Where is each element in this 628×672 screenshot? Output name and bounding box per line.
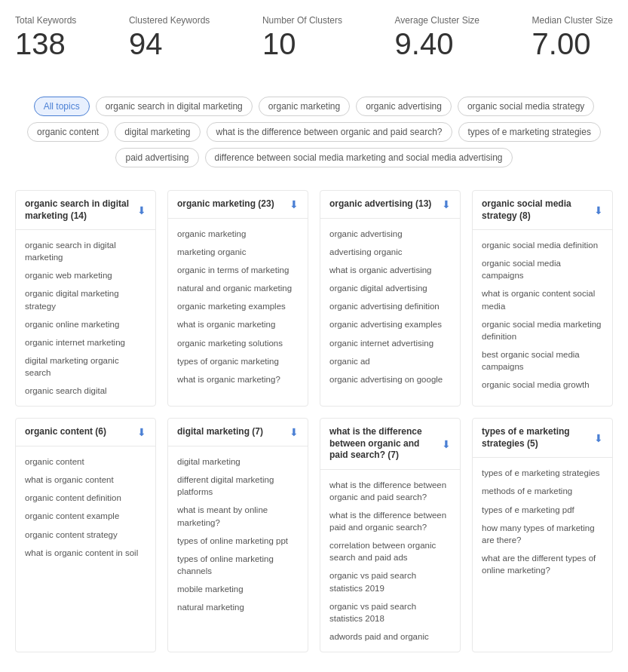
download-icon-7[interactable]: ⬇ bbox=[594, 432, 603, 444]
number-of-clusters-label: Number Of Clusters bbox=[262, 15, 342, 26]
cluster-item: organic marketing examples bbox=[168, 297, 308, 315]
cluster-card-3: organic social media strategy (8)⬇organi… bbox=[472, 190, 613, 407]
cluster-items-4: organic contentwhat is organic contentor… bbox=[16, 446, 155, 568]
cluster-item: digital marketing organic search bbox=[16, 351, 155, 382]
cluster-items-3: organic social media definitionorganic s… bbox=[473, 230, 612, 400]
download-icon-0[interactable]: ⬇ bbox=[137, 204, 146, 216]
cluster-item: organic social media growth bbox=[473, 376, 612, 394]
cluster-item: organic search in digital marketing bbox=[16, 236, 155, 266]
median-cluster-size-value: 7.00 bbox=[532, 29, 591, 59]
see-more-button[interactable]: See more clusters bbox=[256, 667, 372, 672]
topic-tag-0[interactable]: All topics bbox=[34, 97, 90, 116]
cluster-item: organic social media campaigns bbox=[473, 254, 612, 284]
cluster-title-1: organic marketing (23) bbox=[177, 198, 274, 210]
cluster-title-7: types of e marketing strategies (5) bbox=[482, 426, 590, 450]
cluster-item: organic advertising definition bbox=[320, 297, 460, 315]
topic-tag-1[interactable]: organic search in digital marketing bbox=[96, 97, 253, 116]
clusters-grid: organic search in digital marketing (14)… bbox=[15, 190, 613, 652]
cluster-item: organic digital advertising bbox=[320, 279, 460, 297]
topic-tag-9[interactable]: paid advertising bbox=[115, 148, 198, 167]
cluster-item: what is organic content bbox=[16, 471, 155, 489]
cluster-item: organic ad bbox=[320, 352, 460, 370]
topic-tag-4[interactable]: organic social media strategy bbox=[458, 97, 594, 116]
cluster-item: organic search digital bbox=[16, 382, 155, 400]
cluster-item: what is organic marketing? bbox=[168, 370, 308, 388]
cluster-card-4: organic content (6)⬇organic contentwhat … bbox=[15, 418, 156, 652]
cluster-item: organic vs paid search statistics 2018 bbox=[320, 597, 460, 628]
cluster-title-5: digital marketing (7) bbox=[177, 426, 263, 438]
topic-tag-5[interactable]: organic content bbox=[27, 122, 109, 142]
download-icon-6[interactable]: ⬇ bbox=[442, 438, 451, 450]
median-cluster-size-label: Median Cluster Size bbox=[532, 15, 613, 26]
topics-filter: All topicsorganic search in digital mark… bbox=[15, 97, 613, 167]
download-icon-2[interactable]: ⬇ bbox=[442, 198, 451, 210]
stat-median-cluster-size: Median Cluster Size 7.00 bbox=[532, 15, 613, 59]
cluster-item: organic social media marketing definitio… bbox=[473, 315, 612, 345]
cluster-title-3: organic social media strategy (8) bbox=[482, 198, 590, 222]
topic-tag-3[interactable]: organic advertising bbox=[356, 97, 452, 116]
topic-tag-8[interactable]: types of e marketing strategies bbox=[458, 122, 601, 142]
topic-tag-6[interactable]: digital marketing bbox=[115, 122, 200, 142]
cluster-items-0: organic search in digital marketingorgan… bbox=[16, 230, 155, 406]
cluster-card-2: organic advertising (13)⬇organic adverti… bbox=[320, 190, 461, 407]
stats-row: Total Keywords 138 Clustered Keywords 94… bbox=[15, 15, 613, 74]
stat-clustered-keywords: Clustered Keywords 94 bbox=[129, 15, 210, 59]
cluster-items-7: types of e marketing strategiesmethods o… bbox=[473, 458, 612, 585]
cluster-item: methods of e marketing bbox=[473, 482, 612, 500]
clustered-keywords-label: Clustered Keywords bbox=[129, 15, 210, 26]
cluster-item: organic web marketing bbox=[16, 266, 155, 284]
cluster-item: best organic social media campaigns bbox=[473, 345, 612, 376]
cluster-item: organic digital marketing strategy bbox=[16, 284, 155, 315]
cluster-title-6: what is the difference between organic a… bbox=[329, 426, 437, 462]
cluster-item: organic advertising examples bbox=[320, 315, 460, 333]
topic-tag-10[interactable]: difference between social media marketin… bbox=[205, 148, 513, 167]
total-keywords-value: 138 bbox=[15, 29, 66, 59]
cluster-item: organic online marketing bbox=[16, 315, 155, 333]
cluster-item: correlation between organic search and p… bbox=[320, 536, 460, 566]
cluster-item: organic content example bbox=[16, 507, 155, 525]
cluster-items-1: organic marketingmarketing organicorgani… bbox=[168, 219, 308, 394]
download-icon-5[interactable]: ⬇ bbox=[289, 426, 299, 438]
cluster-items-5: digital marketingdifferent digital marke… bbox=[168, 446, 308, 622]
cluster-item: what are the different types of online m… bbox=[473, 549, 612, 579]
stat-total-keywords: Total Keywords 138 bbox=[15, 15, 76, 59]
cluster-item: organic marketing solutions bbox=[168, 334, 308, 352]
cluster-item: what is organic content social media bbox=[473, 284, 612, 315]
cluster-item: organic advertising on google bbox=[320, 370, 460, 388]
cluster-title-0: organic search in digital marketing (14) bbox=[25, 198, 133, 222]
cluster-item: types of e marketing pdf bbox=[473, 501, 612, 519]
cluster-card-7: types of e marketing strategies (5)⬇type… bbox=[472, 418, 613, 652]
cluster-header-5: digital marketing (7)⬇ bbox=[168, 419, 308, 446]
download-icon-3[interactable]: ⬇ bbox=[594, 204, 603, 216]
cluster-item: advertising organic bbox=[320, 243, 460, 261]
cluster-header-6: what is the difference between organic a… bbox=[320, 419, 460, 470]
cluster-header-7: types of e marketing strategies (5)⬇ bbox=[473, 419, 612, 458]
cluster-item: types of organic marketing bbox=[168, 352, 308, 370]
download-icon-4[interactable]: ⬇ bbox=[137, 426, 146, 438]
cluster-item: marketing organic bbox=[168, 243, 308, 261]
cluster-item: how many types of marketing are there? bbox=[473, 519, 612, 549]
stat-average-cluster-size: Average Cluster Size 9.40 bbox=[395, 15, 480, 59]
cluster-item: what is organic content in soil bbox=[16, 544, 155, 562]
cluster-card-0: organic search in digital marketing (14)… bbox=[15, 190, 156, 407]
stat-number-of-clusters: Number Of Clusters 10 bbox=[262, 15, 342, 59]
cluster-item: types of online marketing channels bbox=[168, 550, 308, 580]
topic-tag-7[interactable]: what is the difference between organic a… bbox=[207, 122, 452, 142]
number-of-clusters-value: 10 bbox=[262, 29, 296, 59]
cluster-card-6: what is the difference between organic a… bbox=[320, 418, 461, 652]
cluster-item: organic content definition bbox=[16, 489, 155, 507]
cluster-item: what is the difference between organic a… bbox=[320, 476, 460, 506]
cluster-title-2: organic advertising (13) bbox=[329, 198, 431, 210]
cluster-header-4: organic content (6)⬇ bbox=[16, 419, 155, 446]
topic-tag-2[interactable]: organic marketing bbox=[259, 97, 350, 116]
cluster-item: mobile marketing bbox=[168, 580, 308, 598]
cluster-item: natural and organic marketing bbox=[168, 279, 308, 297]
cluster-item: adwords paid and organic bbox=[320, 628, 460, 646]
download-icon-1[interactable]: ⬇ bbox=[289, 198, 299, 210]
cluster-header-2: organic advertising (13)⬇ bbox=[320, 191, 460, 219]
cluster-card-1: organic marketing (23)⬇organic marketing… bbox=[167, 190, 308, 407]
cluster-header-1: organic marketing (23)⬇ bbox=[168, 191, 308, 219]
cluster-item: organic advertising bbox=[320, 225, 460, 243]
cluster-card-5: digital marketing (7)⬇digital marketingd… bbox=[167, 418, 308, 652]
cluster-item: organic content bbox=[16, 453, 155, 471]
